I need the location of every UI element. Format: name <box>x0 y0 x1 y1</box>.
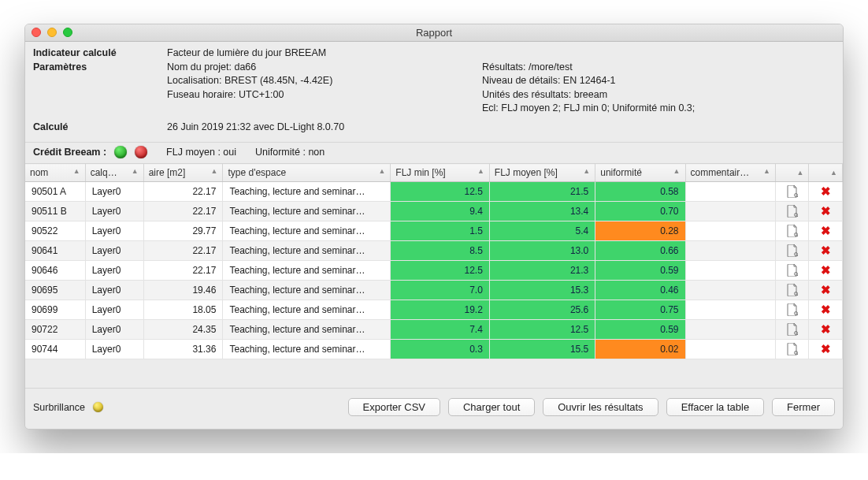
table-row[interactable]: 90646Layer022.17Teaching, lecture and se… <box>25 261 843 281</box>
cell-calque: Layer0 <box>85 182 143 202</box>
load-all-button[interactable]: Charger tout <box>448 398 535 416</box>
timezone: Fuseau horaire: UTC+1:00 <box>167 88 482 102</box>
table-row[interactable]: 90511 BLayer022.17Teaching, lecture and … <box>25 202 843 221</box>
project-name: Nom du projet: da66 <box>167 61 482 75</box>
open-document-button[interactable] <box>775 221 809 241</box>
cell-aire: 31.36 <box>143 340 223 359</box>
cell-commentaire[interactable] <box>685 320 775 340</box>
cell-aire: 19.46 <box>143 281 223 300</box>
delete-icon: ✖ <box>821 204 831 218</box>
open-results-button[interactable]: Ouvrir les résultats <box>543 398 658 416</box>
cell-fljmin: 7.0 <box>391 281 489 300</box>
cell-uniformite: 0.59 <box>595 261 685 281</box>
window-title: Rapport <box>25 24 843 42</box>
col-calque[interactable]: calq…▲ <box>85 164 143 182</box>
svg-line-11 <box>797 295 798 296</box>
delete-row-button[interactable]: ✖ <box>809 300 843 320</box>
open-document-button[interactable] <box>775 182 809 202</box>
cell-calque: Layer0 <box>85 281 143 300</box>
cell-uniformite: 0.70 <box>595 202 685 221</box>
ecl-params: Ecl: FLJ moyen 2; FLJ min 0; Uniformité … <box>482 102 835 116</box>
open-document-button[interactable] <box>775 320 809 340</box>
cell-aire: 22.17 <box>143 182 223 202</box>
minimize-window-icon[interactable] <box>47 28 57 37</box>
document-icon <box>787 303 798 316</box>
indicator-value: Facteur de lumière du jour BREEAM <box>167 47 482 61</box>
open-document-button[interactable] <box>775 300 809 320</box>
cell-fljmoy: 12.5 <box>489 320 595 340</box>
cell-commentaire[interactable] <box>685 241 775 261</box>
close-window-icon[interactable] <box>32 28 41 37</box>
delete-row-button[interactable]: ✖ <box>809 261 843 281</box>
cell-nom: 90695 <box>25 281 85 300</box>
cell-uniformite: 0.58 <box>595 182 685 202</box>
document-icon <box>787 284 798 296</box>
clear-table-button[interactable]: Effacer la table <box>666 398 764 416</box>
cell-calque: Layer0 <box>85 320 143 340</box>
close-button[interactable]: Fermer <box>772 398 835 416</box>
col-type[interactable]: type d'espace▲ <box>223 164 391 182</box>
delete-row-button[interactable]: ✖ <box>809 241 843 261</box>
table-row[interactable]: 90522Layer029.77Teaching, lecture and se… <box>25 221 843 241</box>
report-header: Indicateur calculé Facteur de lumière du… <box>25 42 843 142</box>
table-row[interactable]: 90501 ALayer022.17Teaching, lecture and … <box>25 182 843 202</box>
open-document-button[interactable] <box>775 241 809 261</box>
cell-type: Teaching, lecture and seminar… <box>223 182 391 202</box>
delete-icon: ✖ <box>821 283 831 296</box>
cell-nom: 90501 A <box>25 182 85 202</box>
cell-commentaire[interactable] <box>685 221 775 241</box>
open-document-button[interactable] <box>775 281 809 300</box>
credit-uniformity: Uniformité : non <box>255 147 325 158</box>
cell-type: Teaching, lecture and seminar… <box>223 281 391 300</box>
cell-commentaire[interactable] <box>685 182 775 202</box>
cell-type: Teaching, lecture and seminar… <box>223 320 391 340</box>
cell-commentaire[interactable] <box>685 340 775 359</box>
cell-calque: Layer0 <box>85 300 143 320</box>
document-icon <box>787 225 798 237</box>
col-uniformite[interactable]: uniformité▲ <box>595 164 685 182</box>
open-document-button[interactable] <box>775 261 809 281</box>
cell-commentaire[interactable] <box>685 300 775 320</box>
cell-fljmin: 8.5 <box>391 241 489 261</box>
open-document-button[interactable] <box>775 340 809 359</box>
table-row[interactable]: 90744Layer031.36Teaching, lecture and se… <box>25 340 843 359</box>
parameters-label: Paramètres <box>33 61 87 73</box>
cell-fljmin: 1.5 <box>391 221 489 241</box>
cell-commentaire[interactable] <box>685 281 775 300</box>
cell-aire: 24.35 <box>143 320 223 340</box>
cell-type: Teaching, lecture and seminar… <box>223 241 391 261</box>
cell-nom: 90744 <box>25 340 85 359</box>
cell-uniformite: 0.02 <box>595 340 685 359</box>
col-delete[interactable]: ▲ <box>809 164 843 182</box>
open-document-button[interactable] <box>775 202 809 221</box>
table-row[interactable]: 90722Layer024.35Teaching, lecture and se… <box>25 320 843 340</box>
highlight-led-icon <box>93 402 103 412</box>
cell-commentaire[interactable] <box>685 261 775 281</box>
delete-row-button[interactable]: ✖ <box>809 340 843 359</box>
svg-line-3 <box>797 216 798 218</box>
zoom-window-icon[interactable] <box>63 28 72 37</box>
cell-calque: Layer0 <box>85 241 143 261</box>
col-commentaire[interactable]: commentair…▲ <box>685 164 775 182</box>
table-row[interactable]: 90641Layer022.17Teaching, lecture and se… <box>25 241 843 261</box>
table-row[interactable]: 90699Layer018.05Teaching, lecture and se… <box>25 300 843 320</box>
delete-icon: ✖ <box>821 342 831 355</box>
col-aire[interactable]: aire [m2]▲ <box>143 164 223 182</box>
delete-row-button[interactable]: ✖ <box>809 221 843 241</box>
col-fljmin[interactable]: FLJ min [%]▲ <box>391 164 489 182</box>
col-nom[interactable]: nom▲ <box>25 164 85 182</box>
cell-uniformite: 0.75 <box>595 300 685 320</box>
col-document[interactable]: ▲ <box>775 164 809 182</box>
cell-fljmoy: 13.4 <box>489 202 595 221</box>
document-icon <box>787 244 798 257</box>
cell-aire: 29.77 <box>143 221 223 241</box>
cell-calque: Layer0 <box>85 202 143 221</box>
delete-row-button[interactable]: ✖ <box>809 281 843 300</box>
delete-row-button[interactable]: ✖ <box>809 320 843 340</box>
col-fljmoy[interactable]: FLJ moyen [%]▲ <box>489 164 595 182</box>
export-csv-button[interactable]: Exporter CSV <box>348 398 440 416</box>
delete-row-button[interactable]: ✖ <box>809 202 843 221</box>
delete-row-button[interactable]: ✖ <box>809 182 843 202</box>
cell-commentaire[interactable] <box>685 202 775 221</box>
table-row[interactable]: 90695Layer019.46Teaching, lecture and se… <box>25 281 843 300</box>
